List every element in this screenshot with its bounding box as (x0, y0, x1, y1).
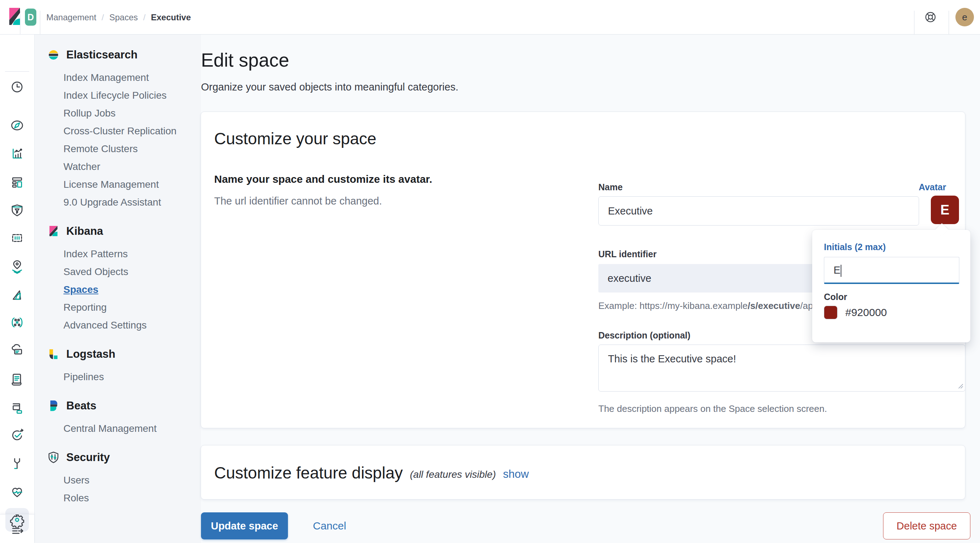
logs-scroll-icon (9, 371, 25, 387)
sidebar-section-kibana: Kibana Index Patterns Saved Objects Spac… (46, 224, 201, 334)
color-label: Color (824, 292, 847, 302)
map-pin-icon (9, 258, 25, 274)
update-space-button[interactable]: Update space (201, 512, 288, 540)
nav-machine-learning[interactable] (0, 281, 34, 307)
user-avatar[interactable]: e (955, 8, 974, 26)
initials-input[interactable]: E (824, 257, 959, 284)
kibana-logo-icon (46, 224, 60, 238)
metrics-windows-icon (9, 399, 25, 415)
sidebar-section-logstash: Logstash Pipelines (46, 347, 201, 386)
avatar-customize-popover: Initials (2 max) E Color #920000 (812, 230, 970, 342)
nav-security-solution[interactable] (0, 197, 34, 223)
color-hex-value[interactable]: #920000 (845, 306, 887, 319)
sidebar-item-saved-objects[interactable]: Saved Objects (64, 263, 201, 281)
sidebar-item-central-management[interactable]: Central Management (64, 420, 201, 438)
machine-learning-icon (9, 286, 25, 302)
beats-logo-icon (46, 399, 60, 413)
breadcrumb: Management / Spaces / Executive (46, 0, 191, 35)
color-picker-row: #920000 (824, 306, 887, 319)
header-divider (949, 11, 949, 34)
life-buoy-icon (924, 10, 937, 24)
textarea-resize-handle[interactable] (957, 383, 964, 390)
recently-viewed-button[interactable] (0, 74, 34, 100)
sidebar-item-upgrade-assistant[interactable]: 9.0 Upgrade Assistant (64, 194, 201, 211)
sidebar-item-index-lifecycle-policies[interactable]: Index Lifecycle Policies (64, 87, 201, 105)
url-example-help: Example: https://my-kibana.example/s/exe… (598, 300, 821, 311)
nav-canvas[interactable] (0, 225, 34, 251)
nav-enterprise-search[interactable] (0, 338, 34, 364)
nav-dev-tools[interactable] (0, 451, 34, 476)
header-divider (20, 11, 20, 34)
app-nav-rail (0, 35, 35, 543)
header-divider (40, 11, 40, 34)
security-shield-logo-icon (46, 450, 60, 465)
delete-space-button[interactable]: Delete space (883, 512, 970, 540)
sidebar-item-roles[interactable]: Roles (64, 489, 201, 507)
breadcrumb-spaces[interactable]: Spaces (110, 13, 138, 22)
nav-stack-monitoring[interactable] (0, 479, 34, 505)
graph-nodes-icon (9, 314, 25, 330)
canvas-frame-icon (9, 230, 25, 246)
sidebar-section-security: Security Users Roles (46, 450, 201, 507)
sidebar-item-index-patterns[interactable]: Index Patterns (64, 245, 201, 263)
breadcrumb-executive: Executive (151, 13, 191, 22)
wrench-icon (9, 456, 25, 472)
kibana-app: D Management / Spaces / Executive e (0, 0, 980, 543)
nav-discover[interactable] (0, 113, 34, 138)
sidebar-item-reporting[interactable]: Reporting (64, 298, 201, 316)
collapse-nav-button[interactable] (0, 518, 34, 543)
sidebar-item-users[interactable]: Users (64, 472, 201, 489)
sidebar-item-spaces[interactable]: Spaces (64, 281, 201, 298)
nav-metrics[interactable] (0, 394, 34, 420)
sidebar-item-advanced-settings[interactable]: Advanced Settings (64, 316, 201, 334)
nav-logs[interactable] (0, 366, 34, 392)
elasticsearch-logo-icon (46, 48, 60, 62)
initials-label: Initials (2 max) (824, 242, 886, 252)
help-button[interactable] (924, 10, 937, 24)
breadcrumb-separator: / (102, 13, 104, 22)
nav-visualize[interactable] (0, 141, 34, 167)
feature-panel-title: Customize feature display (214, 463, 403, 483)
sidebar-item-pipelines[interactable]: Pipelines (64, 368, 201, 386)
cancel-link[interactable]: Cancel (313, 512, 346, 540)
section-title: Logstash (66, 348, 115, 360)
breadcrumb-separator: / (143, 13, 146, 22)
sidebar-item-remote-clusters[interactable]: Remote Clusters (64, 140, 201, 158)
sidebar-item-cross-cluster-replication[interactable]: Cross-Cluster Replication (64, 122, 201, 140)
cloud-server-icon (9, 343, 25, 359)
space-avatar[interactable]: E (931, 195, 959, 224)
text-caret (841, 265, 842, 277)
deployment-badge[interactable]: D (25, 8, 37, 25)
space-name-input[interactable] (598, 196, 919, 225)
nav-maps[interactable] (0, 253, 34, 279)
page-title: Edit space (201, 49, 289, 71)
sidebar-item-license-management[interactable]: License Management (64, 176, 201, 194)
show-features-link[interactable]: show (503, 465, 528, 481)
breadcrumb-management[interactable]: Management (46, 13, 96, 22)
sidebar-item-watcher[interactable]: Watcher (64, 158, 201, 176)
nav-graph[interactable] (0, 310, 34, 335)
sidebar-item-index-management[interactable]: Index Management (64, 69, 201, 87)
clock-icon (9, 79, 25, 95)
compass-icon (9, 117, 25, 133)
description-textarea[interactable]: This is the Executive space! (598, 345, 966, 392)
section-title: Beats (66, 399, 96, 412)
uptime-check-icon (9, 427, 25, 443)
sidebar-item-rollup-jobs[interactable]: Rollup Jobs (64, 105, 201, 122)
kibana-logo-icon[interactable] (8, 7, 21, 27)
heartbeat-icon (9, 484, 25, 500)
shield-icon (9, 202, 25, 218)
sidebar-section-beats: Beats Central Management (46, 399, 201, 438)
top-header: D Management / Spaces / Executive e (0, 0, 980, 35)
section-title: Kibana (66, 225, 103, 238)
rail-divider (5, 71, 29, 71)
color-swatch[interactable] (824, 306, 837, 319)
panel-title: Customize your space (214, 129, 376, 148)
nav-dashboard[interactable] (0, 169, 34, 195)
url-identifier-label: URL identifier (598, 249, 656, 259)
section-title: Security (66, 451, 110, 464)
collapse-menu-icon (9, 523, 25, 539)
panel-lead-subtext: The url identifier cannot be changed. (214, 195, 382, 207)
nav-uptime[interactable] (0, 422, 34, 448)
description-label: Description (optional) (598, 330, 690, 341)
